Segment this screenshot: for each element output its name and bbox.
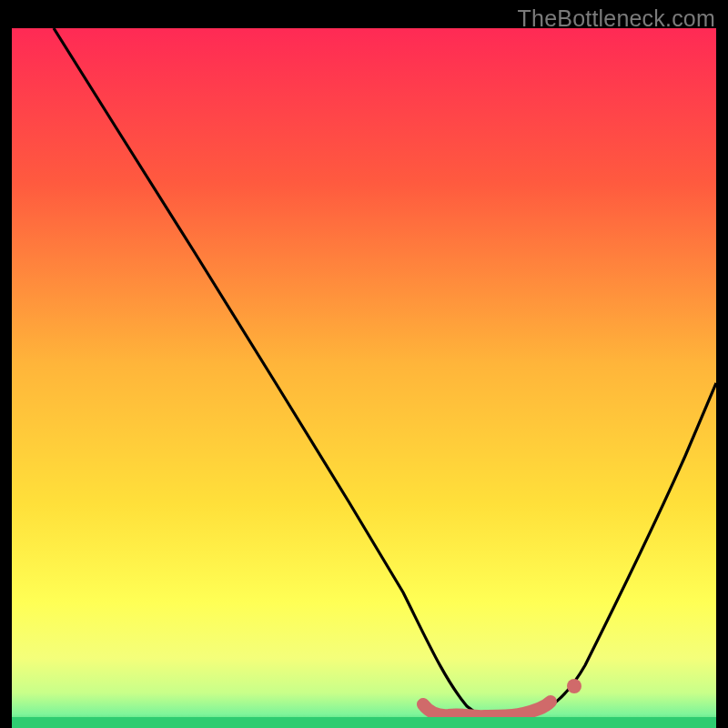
svg-point-1: [567, 679, 581, 693]
highlight-marker: [12, 28, 716, 728]
green-baseline-band: [12, 717, 716, 728]
chart-frame: [12, 28, 716, 728]
